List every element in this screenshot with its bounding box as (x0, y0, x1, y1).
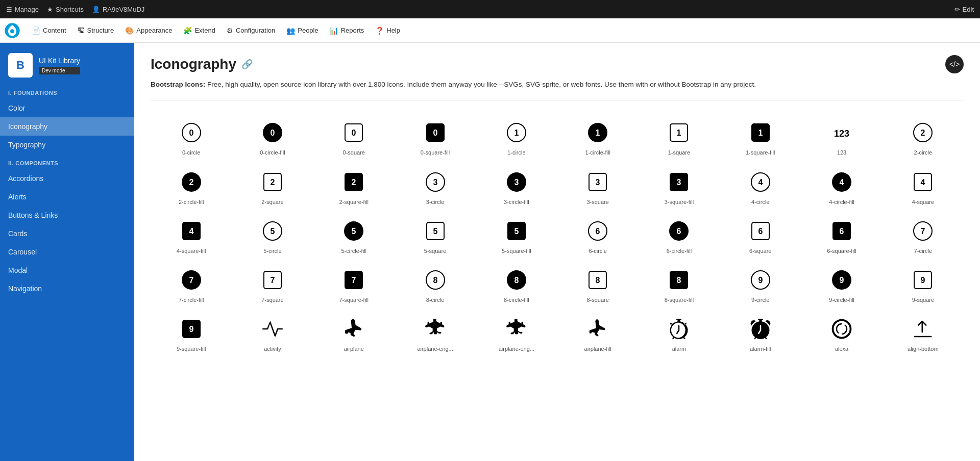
sidebar-item-cards[interactable]: Cards (0, 224, 134, 243)
icon-cell-6-circle[interactable]: 6 6-circle (557, 211, 639, 260)
nav-item-reports[interactable]: 📊Reports (325, 23, 370, 38)
icon-cell-0-square-fill[interactable]: 0 0-square-fill (395, 113, 476, 162)
sidebar-item-accordions[interactable]: Accordions (0, 169, 134, 188)
icon-cell-9-square-fill[interactable]: 9 9-square-fill (151, 309, 232, 358)
icon-cell-9-square[interactable]: 9 9-square (883, 260, 964, 309)
icon-cell-123[interactable]: 123 123 (801, 113, 882, 162)
icon-cell-7-circle-fill[interactable]: 7 7-circle-fill (151, 260, 232, 309)
icon-cell-7-square-fill[interactable]: 7 7-square-fill (313, 260, 395, 309)
icon-cell-9-circle-fill[interactable]: 9 9-circle-fill (801, 260, 882, 309)
nav-item-structure[interactable]: 🏗Structure (72, 23, 119, 38)
admin-bar-right: ✏ Edit (954, 6, 974, 13)
icon-cell-0-circle[interactable]: 0 0-circle (151, 113, 232, 162)
icon-cell-airplane-fill[interactable]: airplane-fill (557, 309, 639, 358)
icon-label: 6-square-fill (827, 247, 856, 254)
icon-cell-1-square-fill[interactable]: 1 1-square-fill (720, 113, 801, 162)
icon-cell-0-square[interactable]: 0 0-square (313, 113, 395, 162)
icon-cell-5-square-fill[interactable]: 5 5-square-fill (476, 211, 557, 260)
icon-cell-airplane-eng---[interactable]: airplane-eng... (395, 309, 476, 358)
manage-menu[interactable]: ☰ Manage (6, 6, 39, 13)
icon-cell-5-square[interactable]: 5 5-square (395, 211, 476, 260)
sidebar-item-alerts[interactable]: Alerts (0, 188, 134, 206)
shortcuts-menu[interactable]: ★ Shortcuts (47, 6, 84, 13)
sidebar-item-navigation[interactable]: Navigation (0, 279, 134, 298)
icon-cell-2-square[interactable]: 2 2-square (232, 162, 313, 211)
icon-cell-6-square[interactable]: 6 6-square (720, 211, 801, 260)
alarm-fill-icon (750, 318, 771, 340)
nav-item-extend[interactable]: 🧩Extend (178, 23, 220, 38)
svg-text:7: 7 (921, 227, 925, 236)
icon-cell-8-square[interactable]: 8 8-square (557, 260, 639, 309)
sidebar-item-iconography[interactable]: Iconography (0, 117, 134, 136)
icon-cell-1-square[interactable]: 1 1-square (639, 113, 720, 162)
icon-cell-4-square[interactable]: 4 4-square (883, 162, 964, 211)
nav-item-help[interactable]: ❓Help (370, 23, 405, 38)
nav-item-people[interactable]: 👥People (281, 23, 323, 38)
svg-text:1: 1 (514, 129, 519, 137)
icon-label: 1-square (668, 149, 690, 156)
nav-item-appearance[interactable]: 🎨Appearance (120, 23, 177, 38)
svg-text:6: 6 (758, 227, 763, 236)
sidebar-item-buttons-links[interactable]: Buttons & Links (0, 206, 134, 224)
icon-cell-6-circle-fill[interactable]: 6 6-circle-fill (639, 211, 720, 260)
2-circle-fill-icon: 2 (181, 171, 202, 193)
icon-cell-airplane[interactable]: airplane (313, 309, 395, 358)
3-square-icon: 3 (587, 171, 608, 193)
icon-cell-activity[interactable]: activity (232, 309, 313, 358)
sidebar-item-color[interactable]: Color (0, 99, 134, 117)
icon-label: 4-circle-fill (829, 198, 854, 206)
icon-cell-7-square[interactable]: 7 7-square (232, 260, 313, 309)
svg-text:8: 8 (596, 276, 600, 285)
icon-cell-5-circle[interactable]: 5 5-circle (232, 211, 313, 260)
svg-text:3: 3 (596, 178, 600, 187)
user-icon: 👤 (92, 6, 100, 13)
icon-cell-4-circle-fill[interactable]: 4 4-circle-fill (801, 162, 882, 211)
code-button[interactable]: </> (945, 55, 964, 73)
admin-bar: ☰ Manage ★ Shortcuts 👤 RA9eV8MuDJ ✏ Edit (0, 0, 980, 18)
page-title: Iconography (151, 56, 236, 72)
icon-cell-4-square-fill[interactable]: 4 4-square-fill (151, 211, 232, 260)
icon-cell-3-circle[interactable]: 3 3-circle (395, 162, 476, 211)
icon-cell-6-square-fill[interactable]: 6 6-square-fill (801, 211, 882, 260)
9-circle-icon: 9 (750, 269, 771, 291)
icon-cell-3-circle-fill[interactable]: 3 3-circle-fill (476, 162, 557, 211)
icon-cell-3-square[interactable]: 3 3-square (557, 162, 639, 211)
nav-item-configuration[interactable]: ⚙Configuration (222, 23, 280, 38)
icon-cell-7-circle[interactable]: 7 7-circle (883, 211, 964, 260)
icon-cell-2-square-fill[interactable]: 2 2-square-fill (313, 162, 395, 211)
icon-cell-3-square-fill[interactable]: 3 3-square-fill (639, 162, 720, 211)
sidebar-sections: i. FOUNDATIONSColorIconographyTypography… (0, 84, 134, 298)
icon-label: 0-square (343, 149, 365, 156)
svg-text:6: 6 (677, 227, 681, 236)
edit-button[interactable]: ✏ Edit (954, 6, 974, 13)
icon-cell-8-square-fill[interactable]: 8 8-square-fill (639, 260, 720, 309)
icon-cell-alexa[interactable]: alexa (801, 309, 882, 358)
icon-cell-8-circle-fill[interactable]: 8 8-circle-fill (476, 260, 557, 309)
user-menu[interactable]: 👤 RA9eV8MuDJ (92, 6, 144, 13)
link-icon[interactable]: 🔗 (241, 59, 253, 70)
icon-cell-align-bottom[interactable]: align-bottom (883, 309, 964, 358)
drupal-logo[interactable] (4, 22, 20, 39)
icon-cell-alarm[interactable]: alarm (639, 309, 720, 358)
icon-cell-1-circle[interactable]: 1 1-circle (476, 113, 557, 162)
icon-cell-alarm-fill[interactable]: alarm-fill (720, 309, 801, 358)
icon-cell-2-circle[interactable]: 2 2-circle (883, 113, 964, 162)
sidebar-item-carousel[interactable]: Carousel (0, 243, 134, 261)
icon-cell-2-circle-fill[interactable]: 2 2-circle-fill (151, 162, 232, 211)
nav-items: 📄Content🏗Structure🎨Appearance🧩Extend⚙Con… (27, 23, 405, 38)
svg-point-83 (833, 320, 851, 338)
icon-cell-9-circle[interactable]: 9 9-circle (720, 260, 801, 309)
sidebar-item-modal[interactable]: Modal (0, 261, 134, 279)
nav-icon: ⚙ (227, 27, 233, 35)
icon-cell-8-circle[interactable]: 8 8-circle (395, 260, 476, 309)
sidebar-item-typography[interactable]: Typography (0, 136, 134, 154)
4-square-icon: 4 (913, 171, 933, 193)
nav-item-content[interactable]: 📄Content (27, 23, 71, 38)
icon-cell-4-circle[interactable]: 4 4-circle (720, 162, 801, 211)
3-circle-fill-icon: 3 (506, 171, 527, 193)
icon-cell-0-circle-fill[interactable]: 0 0-circle-fill (232, 113, 313, 162)
icon-cell-1-circle-fill[interactable]: 1 1-circle-fill (557, 113, 639, 162)
icon-cell-airplane-eng---[interactable]: airplane-eng... (476, 309, 557, 358)
manage-label: Manage (15, 6, 39, 13)
icon-cell-5-circle-fill[interactable]: 5 5-circle-fill (313, 211, 395, 260)
